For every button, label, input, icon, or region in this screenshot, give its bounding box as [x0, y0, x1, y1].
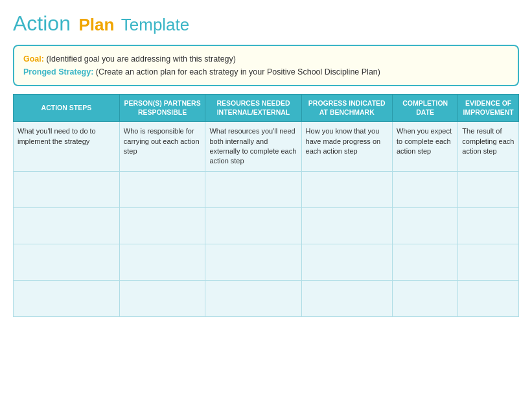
- cell-resources-4: [205, 244, 301, 280]
- cell-persons-3: [119, 207, 205, 244]
- header-resources: RESOURCES NEEDED INTERNAL/EXTERNAL: [205, 95, 301, 122]
- header-progress: PROGRESS INDICATED AT BENCHMARK: [301, 95, 392, 122]
- header-action-steps: ACTION STEPS: [14, 95, 120, 122]
- page-title: Action Plan Template: [13, 12, 519, 36]
- cell-completion-4: [392, 244, 457, 280]
- pronged-label: Pronged Strategy:: [23, 67, 93, 76]
- title-template: Template: [121, 15, 190, 34]
- cell-persons-1: Who is responsible for carrying out each…: [119, 122, 205, 172]
- table-row-2: [14, 171, 519, 207]
- cell-resources-1: What resources you'll need both internal…: [205, 122, 301, 172]
- goal-text: (Identified goal you are addressing with…: [46, 54, 236, 64]
- title-plan: Plan: [78, 15, 114, 34]
- cell-progress-5: [301, 280, 392, 316]
- table-header-row: ACTION STEPS PERSON(S) PARTNERS RESPONSI…: [14, 95, 519, 122]
- header-evidence: EVIDENCE OF IMPROVEMENT: [458, 95, 519, 122]
- table-row-first: What you'll need to do to implement the …: [14, 122, 519, 172]
- cell-evidence-4: [458, 244, 519, 280]
- cell-action-5: [14, 280, 120, 316]
- cell-persons-4: [119, 244, 205, 280]
- cell-resources-2: [205, 171, 301, 207]
- cell-evidence-5: [458, 280, 519, 316]
- cell-completion-3: [392, 207, 457, 244]
- cell-progress-4: [301, 244, 392, 280]
- action-plan-table: ACTION STEPS PERSON(S) PARTNERS RESPONSI…: [13, 94, 519, 317]
- cell-action-2: [14, 171, 120, 207]
- cell-evidence-1: The result of completing each action ste…: [458, 122, 519, 172]
- goal-box: Goal: (Identified goal you are addressin…: [13, 45, 519, 86]
- cell-completion-5: [392, 280, 457, 316]
- goal-label: Goal:: [23, 54, 44, 64]
- header-persons: PERSON(S) PARTNERS RESPONSIBLE: [119, 95, 205, 122]
- cell-evidence-3: [458, 207, 519, 244]
- cell-progress-3: [301, 207, 392, 244]
- pronged-line: Pronged Strategy: (Create an action plan…: [23, 65, 509, 78]
- header-completion: COMPLETION DATE: [392, 95, 457, 122]
- cell-action-4: [14, 244, 120, 280]
- cell-persons-2: [119, 171, 205, 207]
- goal-line: Goal: (Identified goal you are addressin…: [23, 53, 509, 65]
- cell-progress-1: How you know that you have made progress…: [301, 122, 392, 172]
- cell-action-1: What you'll need to do to implement the …: [14, 122, 120, 172]
- table-row-4: [14, 244, 519, 280]
- cell-completion-1: When you expect to complete each action …: [392, 122, 457, 172]
- cell-resources-5: [205, 280, 301, 316]
- cell-evidence-2: [458, 171, 519, 207]
- title-action: Action: [13, 12, 71, 35]
- cell-progress-2: [301, 171, 392, 207]
- table-row-3: [14, 207, 519, 244]
- table-row-5: [14, 280, 519, 316]
- pronged-text: (Create an action plan for each strategy…: [96, 67, 380, 76]
- cell-persons-5: [119, 280, 205, 316]
- cell-completion-2: [392, 171, 457, 207]
- cell-resources-3: [205, 207, 301, 244]
- cell-action-3: [14, 207, 120, 244]
